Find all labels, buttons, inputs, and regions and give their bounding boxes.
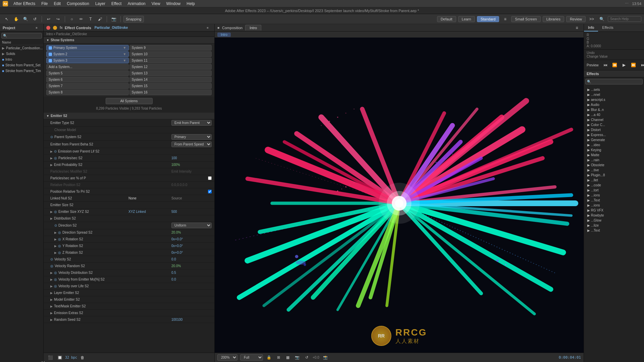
direction-select[interactable]: Uniform: [171, 223, 212, 228]
effects-item-ideo[interactable]: ▶ ...ideo: [585, 142, 643, 147]
project-item-stroke-tim[interactable]: ■ Stroke from Parent_Tim: [0, 68, 43, 74]
workspace-small-screen[interactable]: Small Screen: [511, 16, 540, 22]
toolbar-redo[interactable]: ↪: [54, 15, 62, 23]
parent-system-row[interactable]: ⊙ Parent System S2 Primary: [44, 133, 214, 141]
y-rotation-row[interactable]: ▶ ◎ Y Rotation S2 0x+0.0°: [44, 243, 214, 249]
zoom-select[interactable]: 200% 100% 50%: [217, 354, 237, 361]
effects-item-rgvfx[interactable]: ▶ RG VFX: [585, 208, 643, 213]
system3-btn[interactable]: System 3 ▼: [46, 58, 129, 63]
show-systems-row[interactable]: ▼ Show Systems: [44, 37, 214, 44]
effects-item-tort[interactable]: ▶ ...tort: [585, 188, 643, 193]
effects-item-audio[interactable]: ▶ Audio: [585, 102, 643, 107]
emitter-type-row[interactable]: Emitter Type S2 Emit from Parent: [44, 119, 214, 127]
effects-item-channel[interactable]: ▶ Channel: [585, 117, 643, 122]
velocity-distribution-row[interactable]: ▶ ◎ Velocity Distribution S2 0.5: [44, 269, 214, 276]
velocity-row[interactable]: ⊙ Velocity S2 0.0: [44, 256, 214, 263]
project-item-particular[interactable]: ▶ Particular_Combustion... 🔗: [0, 45, 43, 51]
search-help-input[interactable]: [608, 16, 641, 22]
tab-effects[interactable]: Effects: [598, 24, 617, 32]
system9-btn[interactable]: System 9: [129, 45, 212, 51]
random-seed-row[interactable]: ▶ Random Seed S2 100100: [44, 316, 214, 323]
toolbar-undo[interactable]: ↩: [45, 15, 53, 23]
layer-emitter-row[interactable]: ▶ Layer Emitter S2: [44, 290, 214, 296]
position-relative-row[interactable]: Position Relative To Pri S2: [44, 188, 214, 195]
menu-window[interactable]: Window: [164, 1, 183, 7]
add-system-btn[interactable]: Add a System...: [46, 64, 129, 70]
effects-item-sets[interactable]: ▶ ...sets: [585, 87, 643, 92]
menu-view[interactable]: View: [149, 1, 163, 7]
effects-item-ions[interactable]: ▶ ...ions: [585, 193, 643, 198]
footer-trash[interactable]: 🗑: [78, 354, 87, 361]
toolbar-select-tool[interactable]: ↖: [3, 15, 11, 23]
toolbar-text-tool[interactable]: T: [87, 15, 95, 23]
toolbar-pen-tool[interactable]: ✏: [77, 15, 85, 23]
emitter-s2-header[interactable]: ▼ Emitter S2: [44, 113, 214, 119]
tab-info[interactable]: Info: [584, 24, 598, 32]
system12-btn[interactable]: System 12: [129, 64, 212, 70]
particles-pct-row[interactable]: Particles/sec are % of P: [44, 175, 214, 182]
toolbar-shape-tool[interactable]: ○: [68, 15, 76, 23]
emitter-type-select[interactable]: Emit from Parent: [171, 120, 212, 126]
effects-item-blur[interactable]: ▶ Blur &..n: [585, 107, 643, 112]
effects-item-glow[interactable]: ▶ ...Glow: [585, 218, 643, 223]
effects-item-a40[interactable]: ▶ ...a 40: [585, 112, 643, 117]
effect-controls-menu-btn[interactable]: ≡: [204, 24, 212, 32]
toolbar-zoom-tool[interactable]: 🔍: [21, 15, 30, 23]
direction-row[interactable]: ⊙ Direction S2 Uniform: [44, 222, 214, 229]
preview-end-btn[interactable]: ⏭: [639, 61, 644, 69]
project-menu-btn[interactable]: ≡: [33, 24, 41, 32]
system7-btn[interactable]: System 7: [46, 83, 129, 89]
menu-animation[interactable]: Animation: [125, 1, 148, 7]
effects-item-text2[interactable]: ▶ ...Text: [585, 228, 643, 233]
search-btn[interactable]: 🔍: [598, 15, 606, 23]
footer-btn-2[interactable]: 🔲: [56, 354, 64, 361]
all-systems-button[interactable]: All Systems: [106, 98, 153, 104]
toolbar-rotate-tool[interactable]: ↺: [31, 15, 39, 23]
distribution-row[interactable]: ▶ Distribution S2: [44, 215, 214, 222]
emitter-from-parent-row[interactable]: Emitter from Parent Beha S2 From Parent …: [44, 141, 214, 148]
effects-item-aescript[interactable]: ▶ aescript.s: [585, 97, 643, 102]
system8-btn[interactable]: System 8: [46, 89, 129, 95]
toolbar-camera-tool[interactable]: 📷: [110, 15, 118, 23]
effects-item-rain[interactable]: ▶ ...rain: [585, 158, 643, 163]
emission-over-parent-row[interactable]: ▶ ⊙ Emission over Parent Lif S2: [44, 148, 214, 155]
velocity-random-row[interactable]: ◎ Velocity Random S2 20.0%: [44, 263, 214, 269]
preview-start-btn[interactable]: ⏮: [601, 61, 609, 69]
effects-item-express[interactable]: ▶ Express...: [585, 132, 643, 137]
toolbar-hand-tool[interactable]: ✋: [12, 15, 20, 23]
system11-btn[interactable]: System 11: [129, 58, 212, 63]
comp-refresh-btn[interactable]: ↺: [303, 354, 310, 361]
comp-camera-btn[interactable]: 📷: [294, 354, 301, 361]
menu-file[interactable]: File: [39, 1, 50, 7]
x-rotation-row[interactable]: ▶ ◎ X Rotation S2 0x+0.0°: [44, 236, 214, 243]
menu-edit[interactable]: Edit: [51, 1, 63, 7]
system14-btn[interactable]: System 14: [129, 77, 212, 82]
parent-system-select[interactable]: Primary: [171, 134, 212, 140]
project-item-stroke-set[interactable]: ■ Stroke from Parent_Set: [0, 62, 43, 68]
velocity-over-life-row[interactable]: ▶ ◎ Velocity over Life S2: [44, 283, 214, 290]
system16-btn[interactable]: System 16: [129, 89, 212, 95]
footer-btn-1[interactable]: ⬛: [46, 354, 54, 361]
comp-header-menu[interactable]: ≡: [573, 24, 581, 32]
timeline-play-prev[interactable]: ⏮: [39, 359, 47, 362]
project-item-intro[interactable]: ■ Intro: [0, 57, 43, 62]
z-rotation-row[interactable]: ▶ ◎ Z Rotation S2 0x+0.0°: [44, 249, 214, 256]
emission-extras-row[interactable]: ▶ Emission Extras S2: [44, 310, 214, 316]
effects-search-input[interactable]: [585, 79, 643, 84]
effects-item-text[interactable]: ▶ ...Text: [585, 198, 643, 203]
emit-probability-row[interactable]: ▶ Emit Probability S2 100%: [44, 162, 214, 168]
quality-select[interactable]: Full Half Quarter: [240, 354, 263, 361]
position-relative-checkbox[interactable]: [208, 190, 212, 193]
preview-back-btn[interactable]: ⏪: [611, 61, 619, 69]
effects-item-plugin8[interactable]: ▶ Plugin...8: [585, 173, 643, 178]
system6-btn[interactable]: System 6: [46, 77, 129, 82]
composition-viewport[interactable]: RR RRCG 人人素材: [215, 38, 584, 353]
effects-item-colorc[interactable]: ▶ Color C...: [585, 122, 643, 127]
effects-item-keying[interactable]: ▶ Keying: [585, 147, 643, 153]
toolbar-paint-tool[interactable]: 🖌: [96, 15, 104, 23]
workspace-menu[interactable]: ≡: [501, 15, 509, 23]
particles-sec-row[interactable]: ▶ ◎ Particles/sec S2 100: [44, 155, 214, 162]
intro-tab[interactable]: Intro: [217, 33, 231, 37]
workspace-default[interactable]: Default: [437, 16, 456, 22]
composition-tab-intro[interactable]: Intro: [245, 25, 261, 31]
